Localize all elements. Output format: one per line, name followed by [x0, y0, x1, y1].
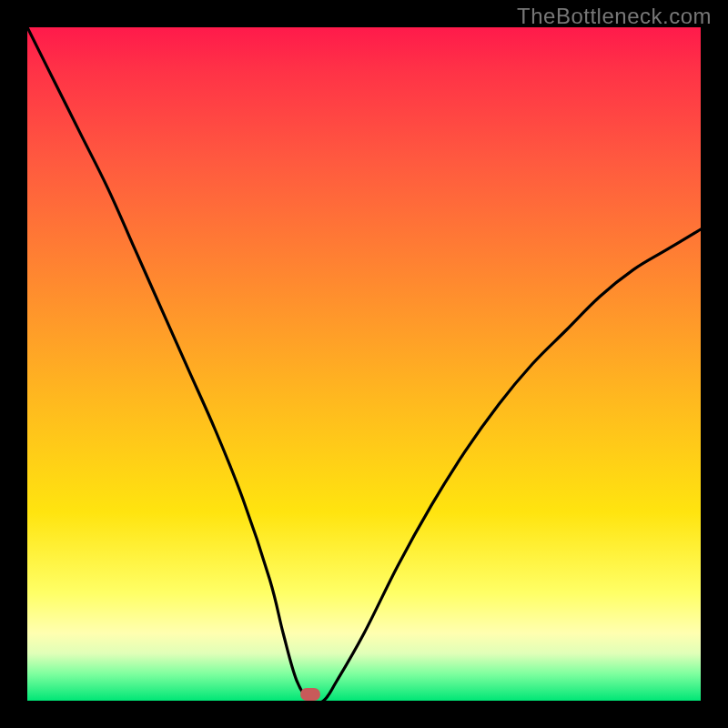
curve-svg	[27, 27, 701, 701]
chart-outer: TheBottleneck.com	[0, 0, 728, 728]
minimum-marker	[300, 688, 320, 701]
watermark-text: TheBottleneck.com	[517, 4, 712, 29]
bottleneck-curve-path	[27, 27, 701, 701]
plot-area	[27, 27, 701, 701]
